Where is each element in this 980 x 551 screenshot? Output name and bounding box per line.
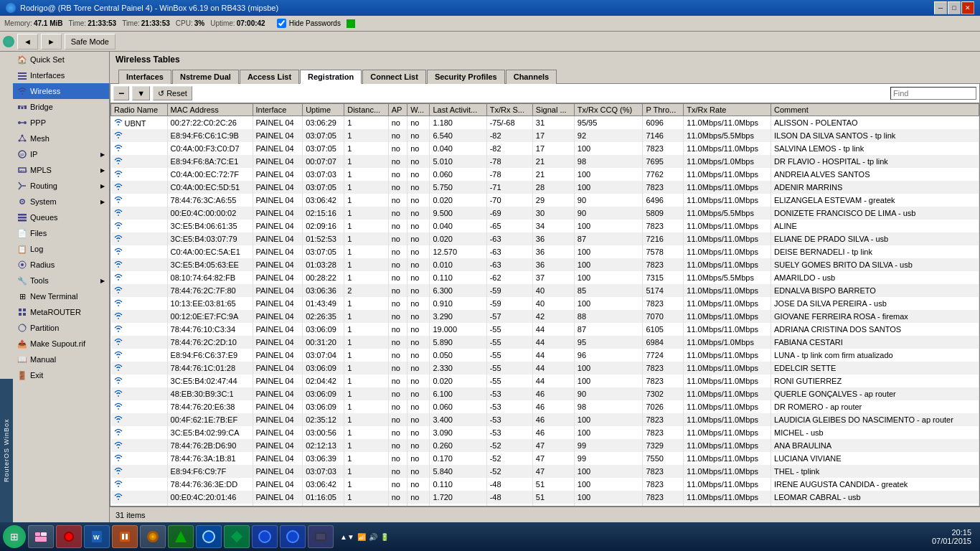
sidebar-item-tools[interactable]: 🔧 Tools ▶ xyxy=(13,273,109,288)
tab-registration[interactable]: Registration xyxy=(300,70,362,84)
table-row[interactable]: 00:E0:4C:20:01:46 PAINEL 04 01:16:05 1 n… xyxy=(111,491,979,504)
sidebar-item-log[interactable]: 📋 Log xyxy=(13,241,109,257)
taskbar-app-9[interactable] xyxy=(252,525,278,548)
col-distance[interactable]: Distanc... xyxy=(344,104,388,116)
table-row[interactable]: C0:4A:00:EC:5D:51 PAINEL 04 03:07:05 1 n… xyxy=(111,181,979,194)
table-row[interactable]: 78:44:76:2B:D6:90 PAINEL 04 02:12:13 1 n… xyxy=(111,439,979,452)
reset-button[interactable]: ↺ Reset xyxy=(153,86,192,100)
sidebar-item-ip[interactable]: IP IP ▶ xyxy=(13,146,109,162)
sidebar-item-mpls[interactable]: MPLS MPLS ▶ xyxy=(13,162,109,178)
table-row[interactable]: 08:10:74:64:82:FB PAINEL 04 00:28:22 1 n… xyxy=(111,271,979,284)
table-row[interactable]: 78:44:76:36:3E:DD PAINEL 04 03:06:42 1 n… xyxy=(111,478,979,491)
sidebar-item-bridge[interactable]: Bridge xyxy=(13,99,109,115)
table-row[interactable]: E8:94:F6:C6:1C:9B PAINEL 04 03:07:05 1 n… xyxy=(111,129,979,142)
maximize-button[interactable]: □ xyxy=(948,1,961,14)
sidebar-item-system[interactable]: System ▶ xyxy=(13,194,109,209)
cell-interface: PAINEL 04 xyxy=(253,181,303,194)
taskbar-app-7[interactable] xyxy=(196,525,222,548)
col-mac[interactable]: MAC Address xyxy=(167,104,253,116)
start-button[interactable]: ⊞ xyxy=(3,525,26,548)
sidebar-item-supout[interactable]: 📤 Make Supout.rif xyxy=(13,336,109,352)
tab-channels[interactable]: Channels xyxy=(506,70,557,84)
taskbar-app-word[interactable]: W xyxy=(84,525,110,548)
table-row[interactable]: 78:44:76:2C:7F:80 PAINEL 04 03:06:36 2 n… xyxy=(111,284,979,297)
table-row[interactable]: C0:4A:00:EC:72:7F PAINEL 04 03:07:03 1 n… xyxy=(111,168,979,181)
forward-button[interactable]: ► xyxy=(41,34,62,50)
col-uptime[interactable]: Uptime xyxy=(303,104,344,116)
cell-txrx-s: -71 xyxy=(486,181,532,194)
sidebar-item-routing[interactable]: Routing ▶ xyxy=(13,178,109,194)
table-row[interactable]: 78:44:76:2C:2D:10 PAINEL 04 00:31:20 1 n… xyxy=(111,336,979,349)
sidebar-item-files[interactable]: 📄 Files xyxy=(13,225,109,241)
table-row[interactable]: 78:44:76:1C:01:28 PAINEL 04 03:06:09 1 n… xyxy=(111,362,979,375)
taskbar-app-11[interactable] xyxy=(308,525,334,548)
taskbar-app-8[interactable] xyxy=(224,525,250,548)
sidebar-item-terminal[interactable]: ⊞ New Terminal xyxy=(13,288,109,304)
sidebar-item-metarouter[interactable]: MetaROUTER xyxy=(13,304,109,320)
sidebar-item-exit[interactable]: 🚪 Exit xyxy=(13,367,109,383)
taskbar-app-explorer[interactable] xyxy=(28,525,54,548)
col-txrx-s[interactable]: Tx/Rx S... xyxy=(486,104,532,116)
col-ap[interactable]: AP xyxy=(388,104,407,116)
table-row[interactable]: E8:94:F6:C6:37:E9 PAINEL 04 03:07:04 1 n… xyxy=(111,349,979,362)
col-interface[interactable]: Interface xyxy=(253,104,303,116)
tab-access-list[interactable]: Access List xyxy=(240,70,299,84)
col-p-thro[interactable]: P Thro... xyxy=(643,104,684,116)
tab-nstreme[interactable]: Nstreme Dual xyxy=(172,70,239,84)
col-ccq[interactable]: Tx/Rx CCQ (%) xyxy=(574,104,643,116)
sidebar-item-partition[interactable]: Partition xyxy=(13,320,109,336)
cell-txrx-rate: 11.0Mbps/11.0Mbps xyxy=(684,387,771,400)
table-row[interactable]: 78:44:76:10:C3:34 PAINEL 04 03:06:09 1 n… xyxy=(111,323,979,336)
col-w[interactable]: W... xyxy=(407,104,430,116)
find-input[interactable] xyxy=(890,87,976,100)
table-row[interactable]: E8:94:F6:C9:7F PAINEL 04 03:07:03 1 no n… xyxy=(111,465,979,478)
tab-interfaces[interactable]: Interfaces xyxy=(118,70,171,84)
safe-mode-button[interactable]: Safe Mode xyxy=(65,34,116,50)
table-row[interactable]: 3C:E5:B4:06:61:35 PAINEL 04 02:09:16 1 n… xyxy=(111,220,979,232)
taskbar-app-10[interactable] xyxy=(280,525,306,548)
table-row[interactable]: 00:4F:62:1E:7B:EF PAINEL 04 02:35:12 1 n… xyxy=(111,413,979,426)
col-txrx-rate[interactable]: Tx/Rx Rate xyxy=(684,104,771,116)
table-row[interactable]: 3C:E5:B4:02:99:CA PAINEL 04 03:00:56 1 n… xyxy=(111,426,979,439)
sidebar-item-interfaces[interactable]: Interfaces xyxy=(13,67,109,83)
col-radio-name[interactable]: Radio Name xyxy=(111,104,168,116)
table-row[interactable]: 78:44:76:3A:1B:81 PAINEL 04 03:06:39 1 n… xyxy=(111,452,979,465)
tab-security-profiles[interactable]: Security Profiles xyxy=(427,70,505,84)
sidebar-item-wireless[interactable]: Wireless xyxy=(13,83,109,99)
sidebar-item-queues[interactable]: Queues xyxy=(13,209,109,225)
col-signal[interactable]: Signal ... xyxy=(532,104,574,116)
taskbar-app-2[interactable] xyxy=(56,525,82,548)
minus-button[interactable]: − xyxy=(113,86,129,100)
table-row[interactable]: 00:E0:4C:00:00:02 PAINEL 04 02:15:16 1 n… xyxy=(111,207,979,220)
minimize-button[interactable]: ─ xyxy=(934,1,947,14)
table-row[interactable]: 3C:E5:B4:02:47:44 PAINEL 04 02:04:42 1 n… xyxy=(111,375,979,387)
tab-connect-list[interactable]: Connect List xyxy=(362,70,426,84)
back-button[interactable]: ◄ xyxy=(17,34,38,50)
taskbar-app-4[interactable] xyxy=(112,525,138,548)
cell-ccq: 99 xyxy=(574,439,643,452)
table-row[interactable]: 10:13:EE:03:81:65 PAINEL 04 01:43:49 1 n… xyxy=(111,297,979,310)
taskbar-app-5[interactable] xyxy=(140,525,166,548)
col-comment[interactable]: Comment xyxy=(771,104,979,116)
col-last-act[interactable]: Last Activit... xyxy=(430,104,486,116)
sidebar-item-manual[interactable]: 📖 Manual xyxy=(13,352,109,367)
taskbar-app-6[interactable] xyxy=(168,525,194,548)
table-row[interactable]: UBNT 00:27:22:C0:2C:26 PAINEL 04 03:06:2… xyxy=(111,116,979,129)
table-row[interactable]: C0:4A:00:EC:5A:E1 PAINEL 04 03:07:05 1 n… xyxy=(111,245,979,258)
table-row[interactable]: 48:EB:30:B9:3C:1 PAINEL 04 03:06:09 1 no… xyxy=(111,387,979,400)
hide-passwords-checkbox[interactable] xyxy=(277,19,286,28)
table-row[interactable]: C0:4A:00:F3:C0:D7 PAINEL 04 03:07:05 1 n… xyxy=(111,142,979,155)
sidebar-item-quickset[interactable]: 🏠 Quick Set xyxy=(13,52,109,67)
table-row[interactable]: 00:12:0E:E7:FC:9A PAINEL 04 02:26:35 1 n… xyxy=(111,310,979,323)
table-row[interactable]: 3C:E5:B4:03:07:79 PAINEL 04 01:52:53 1 n… xyxy=(111,232,979,245)
cell-last-act: 9.500 xyxy=(430,207,486,220)
close-button[interactable]: ✕ xyxy=(961,1,974,14)
sidebar-item-ppp[interactable]: PPP xyxy=(13,115,109,131)
sidebar-item-radius[interactable]: Radius xyxy=(13,257,109,273)
table-row[interactable]: 78:44:76:20:E6:38 PAINEL 04 03:06:09 1 n… xyxy=(111,400,979,413)
table-row[interactable]: 3C:E5:B4:05:63:EE PAINEL 04 01:03:28 1 n… xyxy=(111,258,979,271)
table-row[interactable]: E8:94:F6:8A:7C:E1 PAINEL 04 00:07:07 1 n… xyxy=(111,155,979,168)
table-row[interactable]: 78:44:76:3C:A6:55 PAINEL 04 03:06:42 1 n… xyxy=(111,194,979,207)
sidebar-item-mesh[interactable]: Mesh xyxy=(13,131,109,146)
filter-button[interactable]: ▼ xyxy=(132,86,150,100)
